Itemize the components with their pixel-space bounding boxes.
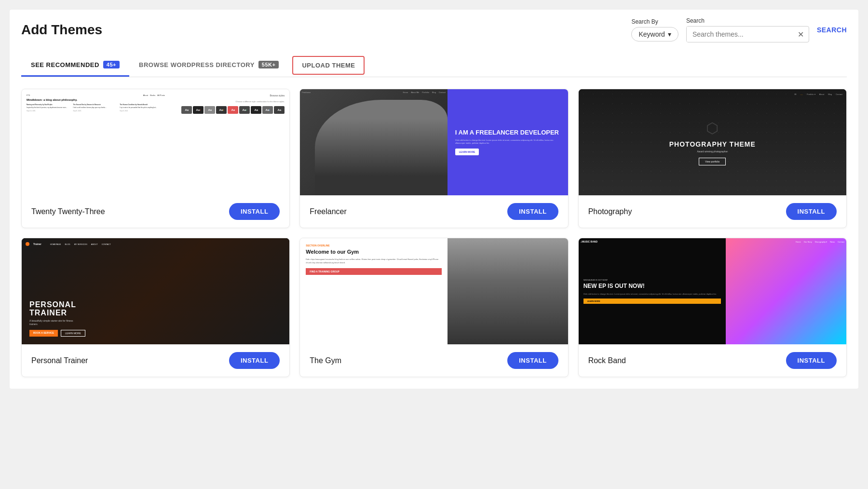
theme-card-personal-trainer: Trainer HOMEPAGE BLOG MY SERVICES ABOUT …: [21, 238, 290, 377]
tabs-bar: SEE RECOMMENDED 45+ BROWSE WORDPRESS DIR…: [21, 50, 847, 77]
theme-name-twenty-twenty-three: Twenty Twenty-Three: [31, 207, 105, 216]
theme-preview-the-gym: SECTION OVERLINE Welcome to our Gym Kale…: [300, 238, 568, 344]
theme-preview-rock-band: ♩ MUSIC BAND Home Our Story Discography …: [579, 238, 846, 344]
tab-recommended-label: SEE RECOMMENDED: [31, 61, 99, 68]
search-clear-button[interactable]: ✕: [793, 27, 809, 42]
search-input-wrapper: ✕: [686, 26, 809, 42]
tab-upload[interactable]: UPLOAD THEME: [292, 56, 365, 75]
search-by-label: Search By: [631, 18, 678, 25]
chevron-down-icon: ▾: [668, 30, 671, 38]
themes-grid: FT3 About Books All Posts Mindblown: a b…: [21, 89, 847, 377]
page-title: Add Themes: [21, 22, 102, 38]
tab-browse-badge: 55K+: [258, 61, 279, 68]
search-button[interactable]: SEARCH: [817, 26, 847, 34]
install-button-photography[interactable]: INSTALL: [786, 203, 837, 220]
search-label: Search: [686, 17, 809, 24]
page-header: Add Themes Search By Keyword ▾ Search ✕ …: [10, 10, 858, 50]
tab-browse-label: BROWSE WORDPRESS DIRECTORY: [139, 61, 255, 68]
search-input[interactable]: [687, 27, 793, 42]
theme-preview-personal-trainer: Trainer HOMEPAGE BLOG MY SERVICES ABOUT …: [22, 238, 289, 344]
theme-preview-twenty-twenty-three: FT3 About Books All Posts Mindblown: a b…: [22, 89, 289, 195]
install-button-personal-trainer[interactable]: INSTALL: [229, 352, 280, 369]
theme-name-the-gym: The Gym: [310, 356, 341, 365]
freelancer-preview-right: I AM A FREELANCER DEVELOPER Click edit b…: [448, 89, 568, 195]
theme-preview-photography: ⬡ PHOTOGRAPHY THEME Award winning photog…: [579, 89, 846, 195]
theme-footer-rock-band: Rock Band INSTALL: [579, 344, 846, 377]
theme-footer-twenty-twenty-three: Twenty Twenty-Three INSTALL: [22, 195, 289, 228]
theme-name-rock-band: Rock Band: [588, 356, 626, 365]
tab-browse[interactable]: BROWSE WORDPRESS DIRECTORY 55K+: [129, 54, 288, 77]
theme-card-the-gym: SECTION OVERLINE Welcome to our Gym Kale…: [299, 238, 568, 377]
theme-name-personal-trainer: Personal Trainer: [31, 356, 88, 365]
theme-card-freelancer: Freelance Home About Me Portfolio Blog C…: [299, 89, 568, 228]
theme-card-twenty-twenty-three: FT3 About Books All Posts Mindblown: a b…: [21, 89, 290, 228]
tab-upload-label: UPLOAD THEME: [302, 62, 355, 69]
search-group: Search ✕: [686, 17, 809, 42]
install-button-freelancer[interactable]: INSTALL: [507, 203, 558, 220]
tab-recommended[interactable]: SEE RECOMMENDED 45+: [21, 54, 129, 77]
theme-preview-freelancer: Freelance Home About Me Portfolio Blog C…: [300, 89, 568, 195]
theme-card-photography: ⬡ PHOTOGRAPHY THEME Award winning photog…: [578, 89, 847, 228]
main-content: SEE RECOMMENDED 45+ BROWSE WORDPRESS DIR…: [10, 50, 858, 389]
freelancer-preview-left: Freelance Home About Me Portfolio Blog C…: [300, 89, 447, 195]
theme-name-photography: Photography: [588, 207, 632, 216]
install-button-rock-band[interactable]: INSTALL: [786, 352, 837, 369]
search-by-group: Search By Keyword ▾: [631, 18, 678, 41]
install-button-the-gym[interactable]: INSTALL: [507, 352, 558, 369]
install-button-twenty-twenty-three[interactable]: INSTALL: [229, 203, 280, 220]
search-by-value: Keyword: [638, 30, 665, 38]
theme-footer-personal-trainer: Personal Trainer INSTALL: [22, 344, 289, 377]
theme-footer-the-gym: The Gym INSTALL: [300, 344, 568, 377]
search-by-select[interactable]: Keyword ▾: [631, 27, 678, 41]
theme-footer-freelancer: Freelancer INSTALL: [300, 195, 568, 228]
theme-card-rock-band: ♩ MUSIC BAND Home Our Story Discography …: [578, 238, 847, 377]
search-section: Search By Keyword ▾ Search ✕ SEARCH: [631, 17, 847, 42]
theme-footer-photography: Photography INSTALL: [579, 195, 846, 228]
tab-recommended-badge: 45+: [103, 61, 120, 68]
theme-name-freelancer: Freelancer: [310, 207, 346, 216]
